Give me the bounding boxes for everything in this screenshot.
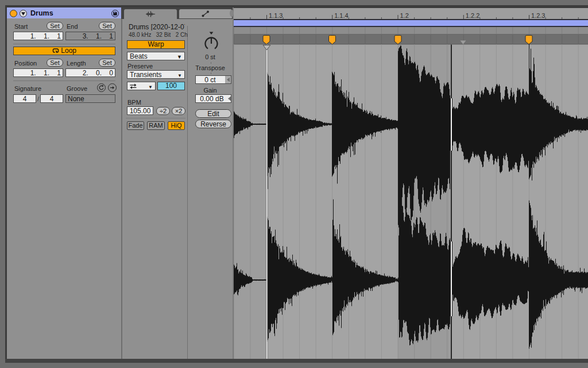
svg-text:1.2.3: 1.2.3 xyxy=(531,12,545,19)
svg-text:1.2: 1.2 xyxy=(400,12,409,19)
svg-text:1.1.4: 1.1.4 xyxy=(334,12,348,19)
svg-text:1.1.3: 1.1.3 xyxy=(269,12,283,19)
svg-text:1.2.2: 1.2.2 xyxy=(466,12,479,19)
